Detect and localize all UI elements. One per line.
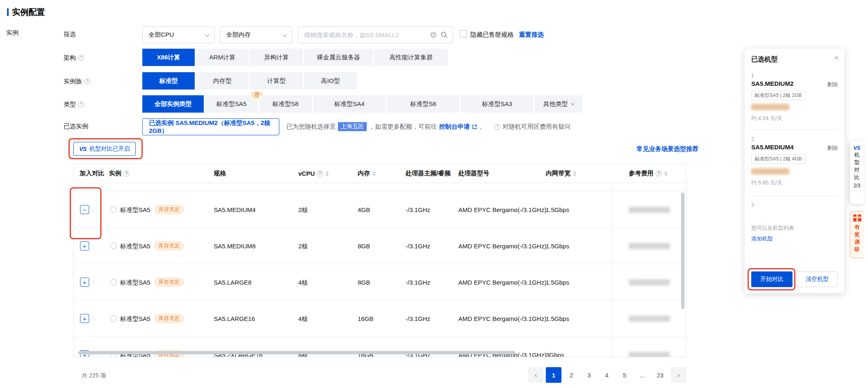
price-blurred [629, 207, 670, 213]
hide-soldout-checkbox[interactable] [460, 30, 467, 38]
instance-radio[interactable] [110, 206, 117, 213]
bandwidth-cell: 1.5Gbps [546, 279, 569, 286]
page-button-1[interactable]: 1 [546, 367, 561, 383]
page-button-4[interactable]: 4 [599, 367, 615, 383]
freq-cell: -/3.1GHz [406, 206, 430, 213]
help-icon[interactable]: ? [317, 170, 323, 177]
remove-from-compare-button[interactable]: − [80, 205, 89, 214]
compare-side-tab[interactable]: VS 机 型 对 比 2/3 [850, 141, 864, 204]
selected-models-panel: 已选机型 × 1 SA5.MEDIUM2 删除 标准型SA5 | 2核 2GB … [745, 49, 844, 293]
sort-icon[interactable] [664, 171, 668, 176]
help-icon[interactable]: ? [656, 170, 662, 177]
page-button-5[interactable]: 5 [617, 367, 632, 383]
survey-tab-char: 奖 [854, 231, 860, 238]
spec-cell: SA5.LARGE16 [214, 315, 255, 322]
header-spec: 规格 [214, 164, 226, 183]
chevron-down-icon [282, 32, 287, 36]
tab-compute-optimized[interactable]: 计算型 [250, 72, 303, 90]
search-icon[interactable] [441, 31, 448, 38]
tab-sa4[interactable]: 标准型SA4 [313, 95, 386, 113]
tab-s6[interactable]: 标准型S6 [387, 95, 460, 113]
add-to-compare-button[interactable]: + [80, 278, 89, 287]
survey-side-tab[interactable]: 有 奖 调 研 [850, 211, 864, 258]
family-label: 实例族 ? [64, 78, 90, 85]
memory-cell: 16GB [358, 315, 373, 322]
memory-select[interactable]: 全部内存 [220, 26, 292, 43]
selected-instance-box[interactable]: 已选实例 SA5.MEDIUM2（标准型SA5，2核 2GB） [142, 118, 279, 135]
help-icon[interactable]: ? [78, 55, 84, 61]
tab-high-io[interactable]: 高IO型 [304, 72, 357, 90]
tab-memory-optimized[interactable]: 内存型 [196, 72, 249, 90]
add-to-compare-button[interactable]: + [80, 314, 89, 323]
instance-radio[interactable] [110, 243, 117, 249]
external-link-icon [472, 124, 477, 130]
instance-name: 标准型SA5 [120, 206, 150, 214]
help-icon[interactable]: ? [494, 124, 500, 130]
help-icon[interactable]: ? [123, 170, 130, 177]
table-row[interactable]: + 标准型SA5 库存充足 SA5.LARGE8 4核 8GB -/3.1GHz… [74, 264, 686, 300]
tab-hetero-compute[interactable]: 异构计算 [250, 49, 303, 66]
model-spec-badge: 标准型SA5 | 2核 2GB [751, 91, 805, 100]
memory-cell: 4GB [358, 206, 370, 213]
add-to-compare-button[interactable]: + [80, 241, 89, 250]
tab-x86-compute[interactable]: X86计算 [142, 49, 195, 66]
cpu-select[interactable]: 全部CPU [142, 26, 215, 43]
prev-page-button[interactable]: ‹ [528, 367, 544, 383]
help-icon[interactable]: ? [78, 101, 84, 108]
page-button-23[interactable]: 23 [652, 367, 668, 383]
tab-hpc-cluster[interactable]: 高性能计算集群 [374, 49, 448, 66]
help-icon[interactable]: ? [84, 78, 90, 85]
horizontal-scrollbar[interactable] [78, 351, 515, 354]
add-model-link[interactable]: 添加机型 [751, 235, 773, 243]
memory-cell: 8GB [358, 279, 370, 286]
clear-icon[interactable] [430, 31, 437, 38]
table-row[interactable]: + 标准型SA5 库存充足 SA5.LARGE16 4核 16GB -/3.1G… [74, 300, 686, 337]
page-button-2[interactable]: 2 [564, 367, 579, 383]
delete-model-link[interactable]: 删除 [827, 144, 838, 152]
instance-radio[interactable] [110, 315, 117, 322]
tab-arm-compute[interactable]: ARM计算 [196, 49, 249, 66]
vertical-scrollbar[interactable] [681, 193, 684, 309]
tab-s8[interactable]: 标准型S8 [259, 95, 312, 113]
bandwidth-cell: 3Gbps [546, 351, 564, 357]
gift-icon [853, 215, 861, 222]
tab-standard[interactable]: 标准型 [142, 72, 195, 90]
selected-instance-label: 已选实例 [64, 123, 88, 130]
search-input[interactable] [299, 27, 426, 43]
page-ellipsis: ... [634, 367, 650, 383]
vcpu-cell: 4核 [298, 315, 308, 323]
sort-icon[interactable] [373, 171, 376, 176]
scene-recommend-link[interactable]: 常见业务场景选型推荐 [637, 145, 698, 153]
zone-tag[interactable]: 上海五区 [338, 122, 367, 131]
family-tabs: 标准型 内存型 计算型 高IO型 [142, 72, 357, 90]
selected-instance-label-text: 已选实例 [64, 123, 88, 130]
close-icon[interactable]: × [834, 53, 839, 62]
table-header: 加入对比 实例 ? 规格 vCPU ? 内存 处理器主频/睿频 处理器型号 内网… [74, 164, 686, 183]
memory-cell: 8GB [358, 243, 370, 250]
reset-filter-link[interactable]: 重置筛选 [519, 31, 544, 39]
tab-baremetal[interactable]: 裸金属云服务器 [304, 49, 373, 66]
page-button-3[interactable]: 3 [581, 367, 597, 383]
clear-models-button[interactable]: 清空机型 [797, 271, 838, 287]
delete-model-link[interactable]: 删除 [827, 81, 838, 88]
spec-cell: SA5.MEDIUM4 [214, 206, 256, 213]
tab-all-instance-types[interactable]: 全部实例类型 [142, 95, 204, 113]
tab-other-types[interactable]: 其他类型 [535, 95, 582, 113]
console-apply-link[interactable]: 控制台申请 [439, 123, 470, 131]
model-price-note: 约 4.24 元/天 [751, 115, 782, 122]
page-title-block: 实例配置 [7, 7, 45, 18]
sort-icon[interactable] [326, 171, 329, 176]
tab-sa3[interactable]: 标准型SA3 [461, 95, 533, 113]
tab-sa5[interactable]: 标准型SA5 荐 [205, 95, 258, 113]
architecture-label-text: 架构 [64, 54, 76, 62]
instance-radio[interactable] [110, 279, 117, 285]
compare-toggle-button[interactable]: VS 机型对比已开启 [73, 142, 136, 156]
header-freq: 处理器主频/睿频 [406, 164, 451, 183]
start-compare-button[interactable]: 开始对比 [751, 271, 793, 287]
sort-icon[interactable] [573, 171, 576, 176]
title-accent-bar [7, 8, 9, 16]
next-page-button[interactable]: › [671, 367, 686, 383]
table-row[interactable]: + 标准型SA5 库存充足 SA5.MEDIUM8 2核 8GB -/3.1GH… [74, 228, 686, 264]
table-row[interactable]: − 标准型SA5 库存充足 SA5.MEDIUM4 2核 4GB -/3.1GH… [74, 191, 686, 228]
section-label: 实例 [6, 29, 19, 37]
